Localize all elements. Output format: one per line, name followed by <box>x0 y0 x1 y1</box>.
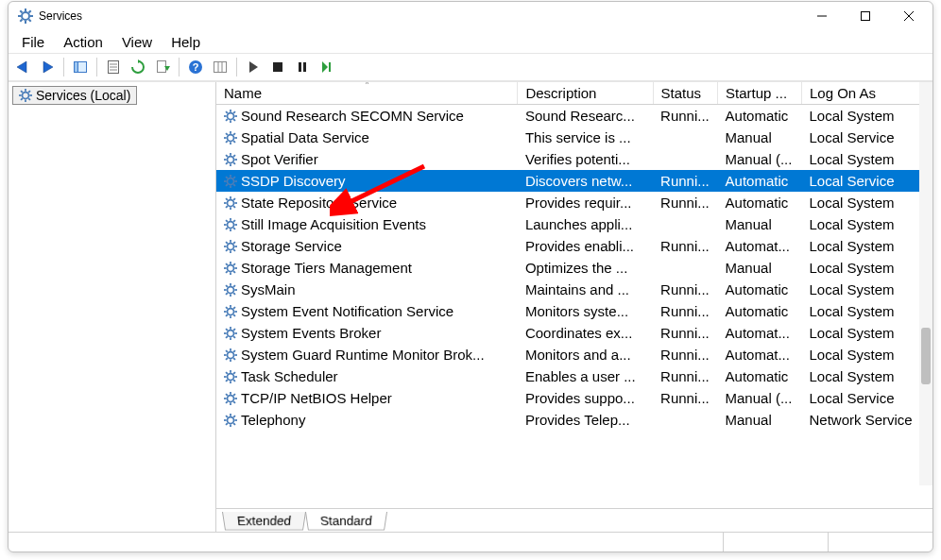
table-row[interactable]: System Events BrokerCoordinates ex...Run… <box>216 322 932 344</box>
col-header-logon[interactable]: Log On As <box>801 82 932 105</box>
properties-button[interactable] <box>103 57 124 77</box>
tree-pane: Services (Local) <box>9 82 216 532</box>
pause-icon <box>295 59 310 75</box>
forward-button[interactable] <box>37 57 58 77</box>
export-list-icon <box>155 59 170 75</box>
cell-startup: Automatic <box>718 105 802 127</box>
cell-startup: Manual <box>718 257 802 279</box>
tab-extended[interactable]: Extended <box>222 512 306 531</box>
table-row[interactable]: Storage ServiceProvides enabli...Runni..… <box>216 235 932 257</box>
cell-name: Telephony <box>216 409 518 431</box>
cell-status: Runni... <box>653 235 717 257</box>
menu-view[interactable]: View <box>112 32 162 52</box>
cell-name: Still Image Acquisition Events <box>216 213 518 235</box>
service-icon <box>224 110 237 123</box>
refresh-button[interactable] <box>128 57 148 77</box>
table-row[interactable]: SysMainMaintains and ...Runni...Automati… <box>216 279 932 300</box>
cell-startup: Manual (... <box>718 387 802 409</box>
table-row[interactable]: System Guard Runtime Monitor Brok...Moni… <box>216 344 932 365</box>
cell-status: Runni... <box>653 300 717 322</box>
svg-rect-31 <box>299 62 301 72</box>
cell-name: Sound Research SECOMN Service <box>216 105 518 127</box>
cell-logon: Local System <box>801 257 932 279</box>
col-header-desc[interactable]: Description <box>518 82 653 105</box>
table-row[interactable]: Spot VerifierVerifies potenti...Manual (… <box>216 148 932 170</box>
table-row[interactable]: TCP/IP NetBIOS HelperProvides suppo...Ru… <box>216 387 932 409</box>
help-button[interactable]: ? <box>185 57 206 77</box>
view-tabs: ExtendedStandard <box>216 508 932 532</box>
service-icon <box>224 131 237 144</box>
svg-rect-22 <box>158 61 166 73</box>
cell-desc: Launches appli... <box>518 213 653 235</box>
cell-desc: Provides requir... <box>518 192 653 213</box>
table-row[interactable]: Task SchedulerEnables a user ...Runni...… <box>216 365 932 387</box>
pause-button[interactable] <box>292 57 313 77</box>
table-row[interactable]: Sound Research SECOMN ServiceSound Resea… <box>216 105 932 127</box>
table-row[interactable]: System Event Notification ServiceMonitor… <box>216 300 932 322</box>
table-row[interactable]: State Repository ServiceProvides requir.… <box>216 192 932 213</box>
table-row[interactable]: Storage Tiers ManagementOptimizes the ..… <box>216 257 932 279</box>
cell-startup: Automatic <box>718 170 802 192</box>
tree-root-item[interactable]: Services (Local) <box>12 86 137 105</box>
export-list-button[interactable] <box>152 57 173 77</box>
vertical-scrollbar[interactable] <box>919 82 932 485</box>
cell-name: Storage Service <box>216 235 518 257</box>
cell-logon: Local System <box>801 365 932 387</box>
menu-help[interactable]: Help <box>162 32 210 52</box>
col-header-startup[interactable]: Startup ... <box>718 82 802 105</box>
columns-button[interactable] <box>210 57 231 77</box>
table-row[interactable]: Still Image Acquisition EventsLaunches a… <box>216 213 932 235</box>
play-button[interactable] <box>243 57 264 77</box>
cell-startup: Automat... <box>718 322 802 344</box>
cell-name: System Guard Runtime Monitor Brok... <box>216 344 518 365</box>
service-icon <box>224 327 237 340</box>
col-header-name[interactable]: Name˄ <box>216 82 518 105</box>
tab-standard[interactable]: Standard <box>305 512 387 531</box>
cell-status: Runni... <box>653 322 717 344</box>
service-name-text: State Repository Service <box>241 195 397 211</box>
svg-marker-14 <box>43 61 53 73</box>
show-hide-tree-button[interactable] <box>70 57 91 77</box>
cell-logon: Local System <box>801 279 932 300</box>
cell-name: State Repository Service <box>216 192 518 213</box>
table-row[interactable]: SSDP DiscoveryDiscovers netw...Runni...A… <box>216 170 932 192</box>
sort-indicator-icon: ˄ <box>365 82 369 91</box>
col-header-status[interactable]: Status <box>653 82 717 105</box>
toolbar-separator <box>179 58 180 76</box>
header-row: Name˄DescriptionStatusStartup ...Log On … <box>216 82 932 105</box>
close-button[interactable] <box>887 2 931 30</box>
service-icon <box>224 370 237 383</box>
service-name-text: System Event Notification Service <box>241 303 453 319</box>
service-icon <box>224 175 237 188</box>
stop-icon <box>270 59 285 75</box>
cell-status <box>653 213 717 235</box>
back-button[interactable] <box>12 57 33 77</box>
maximize-button[interactable] <box>844 2 887 30</box>
columns-icon <box>213 59 228 75</box>
forward-icon <box>40 59 55 75</box>
cell-startup: Automatic <box>718 279 802 300</box>
table-row[interactable]: TelephonyProvides Telep...ManualNetwork … <box>216 409 932 431</box>
cell-logon: Local System <box>801 192 932 213</box>
cell-name: System Events Broker <box>216 322 518 344</box>
window-title: Services <box>39 9 82 23</box>
cell-logon: Local Service <box>801 170 932 192</box>
restart-button[interactable] <box>317 57 337 77</box>
table-row[interactable]: Spatial Data ServiceThis service is ...M… <box>216 127 932 148</box>
minimize-button[interactable] <box>800 2 844 30</box>
cell-logon: Local System <box>801 322 932 344</box>
properties-icon <box>106 59 121 75</box>
show-hide-tree-icon <box>73 59 88 75</box>
stop-button[interactable] <box>267 57 288 77</box>
cell-desc: Enables a user ... <box>518 365 653 387</box>
back-icon <box>15 59 30 75</box>
grid: Name˄DescriptionStatusStartup ...Log On … <box>216 82 932 508</box>
menu-file[interactable]: File <box>12 32 54 52</box>
scrollbar-thumb[interactable] <box>921 328 931 384</box>
help-icon: ? <box>188 59 203 75</box>
service-icon <box>224 218 237 231</box>
menu-action[interactable]: Action <box>54 32 112 52</box>
cell-logon: Local Service <box>801 387 932 409</box>
tree-root-label: Services (Local) <box>36 88 130 103</box>
cell-status: Runni... <box>653 365 717 387</box>
